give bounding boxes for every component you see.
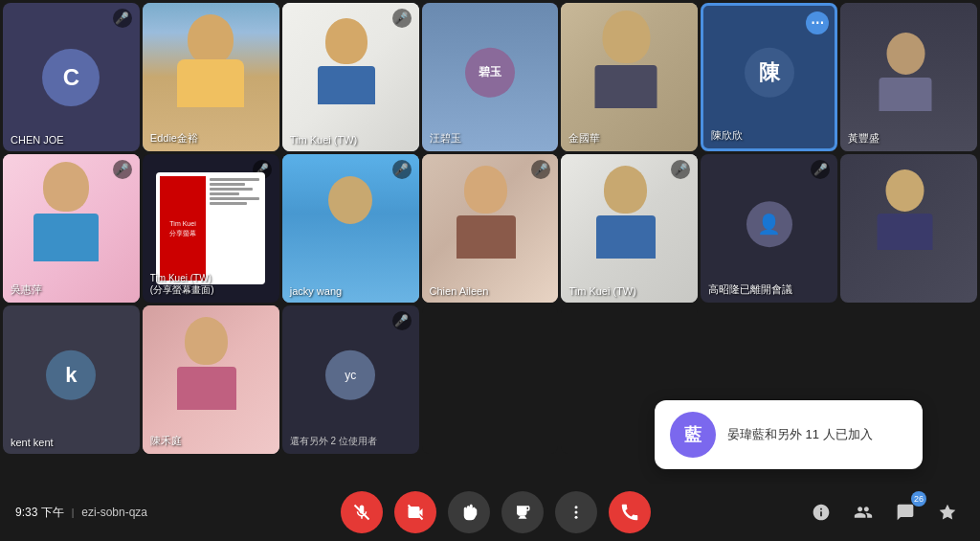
notification-popup: 藍 晏瑋藍和另外 11 人已加入 bbox=[655, 400, 923, 469]
tile-chen-xin[interactable]: ⋯ 陳 陳欣欣 bbox=[701, 3, 837, 151]
mute-icon-more: 🎤 bbox=[392, 311, 412, 330]
name-huang: 黃豐盛 bbox=[848, 131, 880, 146]
tile-chen-heting[interactable]: 陳禾庭 bbox=[143, 305, 279, 454]
name-chen-xin: 陳欣欣 bbox=[711, 128, 743, 143]
tile-tim-kuei[interactable]: 🎤 Tim Kuei (TW) bbox=[282, 3, 419, 151]
name-jacky: jacky wang bbox=[290, 285, 342, 297]
name-tim: Tim Kuei (TW) bbox=[290, 134, 357, 146]
toolbar: 9:33 下午 | ezi-sobn-qza bbox=[0, 484, 980, 541]
notif-avatar: 藍 bbox=[670, 412, 716, 458]
tile-screen-share[interactable]: 🎤 Tim Kuei分享螢幕 Tim Kuei (TW)(分享螢幕畫面) bbox=[143, 154, 279, 303]
name-kent: kent kent bbox=[11, 437, 54, 448]
mute-icon-gao: 🎤 bbox=[811, 160, 830, 179]
avatar-chen: C bbox=[42, 49, 100, 106]
tile-empty1 bbox=[422, 305, 559, 454]
notif-text: 晏瑋藍和另外 11 人已加入 bbox=[727, 426, 873, 443]
info-button[interactable] bbox=[804, 495, 838, 530]
camera-button[interactable] bbox=[394, 491, 436, 533]
tile-unknown[interactable] bbox=[840, 154, 977, 303]
tile-gao[interactable]: 🎤 👤 高昭隆已離開會議 bbox=[701, 154, 837, 303]
activities-button[interactable] bbox=[930, 495, 965, 530]
tile-wu[interactable]: 🎤 吳惠萍 bbox=[3, 154, 140, 303]
more-users-label: 還有另外 2 位使用者 bbox=[290, 435, 377, 448]
tile-wang-biyu[interactable]: 碧玉 汪碧玉 bbox=[422, 3, 559, 151]
present-button[interactable] bbox=[501, 491, 544, 533]
chat-button[interactable]: 26 bbox=[888, 495, 923, 530]
mute-icon-jacky: 🎤 bbox=[392, 160, 412, 179]
screen-share-label: Tim Kuei (TW)(分享螢幕畫面) bbox=[150, 273, 214, 297]
svg-point-4 bbox=[575, 516, 578, 519]
name-wang: 汪碧玉 bbox=[430, 131, 461, 146]
end-call-button[interactable] bbox=[609, 491, 651, 533]
tile-jacky[interactable]: 🎤 jacky wang bbox=[282, 154, 419, 303]
mute-icon-chen: 🎤 bbox=[113, 9, 132, 28]
meeting-time: 9:33 下午 bbox=[15, 505, 64, 521]
name-wu: 吳惠萍 bbox=[11, 282, 42, 297]
raise-hand-button[interactable] bbox=[448, 491, 490, 533]
name-chen: CHEN JOE bbox=[11, 134, 64, 146]
meeting-code: ezi-sobn-qza bbox=[81, 506, 147, 519]
more-options-button[interactable] bbox=[555, 491, 597, 533]
tile-eddie[interactable]: Eddie金裕 bbox=[143, 3, 279, 151]
name-chen-heting: 陳禾庭 bbox=[150, 434, 182, 448]
chat-badge: 26 bbox=[911, 491, 926, 507]
tile-kent[interactable]: k kent kent bbox=[3, 305, 140, 454]
tile-huang[interactable]: 黃豐盛 bbox=[840, 3, 977, 151]
toolbar-center bbox=[188, 491, 804, 533]
svg-point-3 bbox=[575, 511, 578, 514]
toolbar-right: 26 bbox=[804, 495, 965, 530]
toolbar-left: 9:33 下午 | ezi-sobn-qza bbox=[15, 505, 188, 521]
tile-more-users[interactable]: yc 還有另外 2 位使用者 🎤 bbox=[282, 305, 419, 454]
tile-chien[interactable]: 🎤 Chien Aileen bbox=[422, 154, 559, 303]
tile-jin-guohua[interactable]: 金國華 bbox=[561, 3, 698, 151]
tile-tim2[interactable]: 🎤 Tim Kuei (TW) bbox=[561, 154, 698, 303]
name-jin: 金國華 bbox=[568, 131, 600, 146]
mute-icon-tim: 🎤 bbox=[392, 9, 412, 28]
name-chien: Chien Aileen bbox=[430, 285, 489, 297]
mute-icon-wu: 🎤 bbox=[113, 160, 132, 179]
name-gao: 高昭隆已離開會議 bbox=[708, 282, 792, 297]
people-button[interactable] bbox=[846, 495, 880, 530]
svg-point-2 bbox=[575, 506, 578, 508]
tile-chen-joe[interactable]: 🎤 C CHEN JOE bbox=[3, 3, 140, 151]
name-tim2: Tim Kuei (TW) bbox=[568, 285, 635, 297]
mute-button[interactable] bbox=[341, 491, 383, 533]
name-eddie: Eddie金裕 bbox=[150, 131, 198, 146]
